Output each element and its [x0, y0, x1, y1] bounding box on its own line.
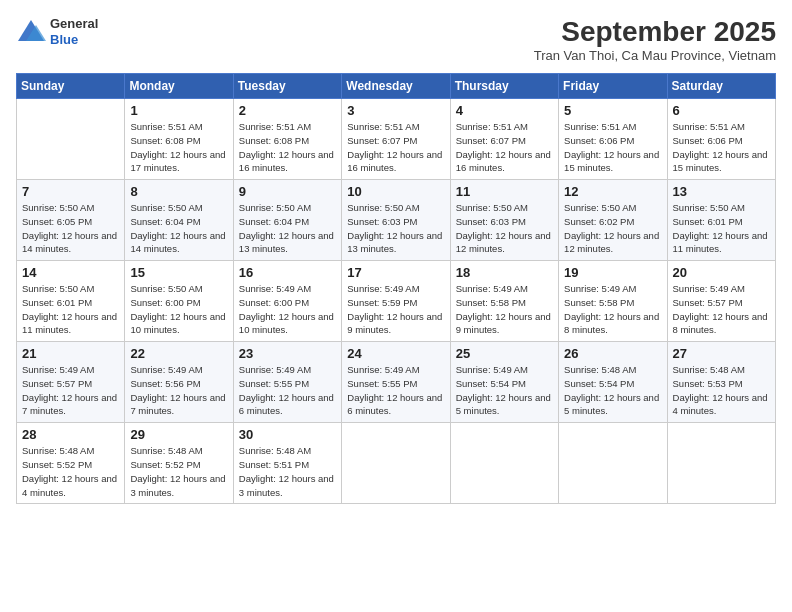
calendar-cell: 20Sunrise: 5:49 AMSunset: 5:57 PMDayligh… — [667, 261, 775, 342]
calendar-cell: 8Sunrise: 5:50 AMSunset: 6:04 PMDaylight… — [125, 180, 233, 261]
day-info: Sunrise: 5:50 AMSunset: 6:00 PMDaylight:… — [130, 282, 227, 337]
day-number: 21 — [22, 346, 119, 361]
day-number: 2 — [239, 103, 336, 118]
day-info: Sunrise: 5:49 AMSunset: 5:59 PMDaylight:… — [347, 282, 444, 337]
day-number: 27 — [673, 346, 770, 361]
day-number: 10 — [347, 184, 444, 199]
day-number: 20 — [673, 265, 770, 280]
logo-text: General Blue — [50, 16, 98, 47]
day-info: Sunrise: 5:49 AMSunset: 5:57 PMDaylight:… — [673, 282, 770, 337]
day-number: 5 — [564, 103, 661, 118]
day-info: Sunrise: 5:48 AMSunset: 5:52 PMDaylight:… — [130, 444, 227, 499]
calendar-cell: 9Sunrise: 5:50 AMSunset: 6:04 PMDaylight… — [233, 180, 341, 261]
day-info: Sunrise: 5:49 AMSunset: 5:56 PMDaylight:… — [130, 363, 227, 418]
day-info: Sunrise: 5:50 AMSunset: 6:03 PMDaylight:… — [347, 201, 444, 256]
day-number: 12 — [564, 184, 661, 199]
logo-icon — [16, 17, 46, 47]
calendar-cell: 12Sunrise: 5:50 AMSunset: 6:02 PMDayligh… — [559, 180, 667, 261]
day-info: Sunrise: 5:48 AMSunset: 5:53 PMDaylight:… — [673, 363, 770, 418]
day-info: Sunrise: 5:51 AMSunset: 6:07 PMDaylight:… — [456, 120, 553, 175]
page-header: General Blue September 2025 Tran Van Tho… — [16, 16, 776, 63]
day-number: 6 — [673, 103, 770, 118]
calendar-cell: 16Sunrise: 5:49 AMSunset: 6:00 PMDayligh… — [233, 261, 341, 342]
day-number: 13 — [673, 184, 770, 199]
day-number: 24 — [347, 346, 444, 361]
calendar-cell: 6Sunrise: 5:51 AMSunset: 6:06 PMDaylight… — [667, 99, 775, 180]
location: Tran Van Thoi, Ca Mau Province, Vietnam — [534, 48, 776, 63]
day-number: 17 — [347, 265, 444, 280]
day-number: 16 — [239, 265, 336, 280]
day-number: 25 — [456, 346, 553, 361]
day-number: 30 — [239, 427, 336, 442]
day-number: 3 — [347, 103, 444, 118]
calendar-cell — [342, 423, 450, 504]
weekday-header: Friday — [559, 74, 667, 99]
day-info: Sunrise: 5:50 AMSunset: 6:03 PMDaylight:… — [456, 201, 553, 256]
calendar-cell: 25Sunrise: 5:49 AMSunset: 5:54 PMDayligh… — [450, 342, 558, 423]
calendar-cell: 1Sunrise: 5:51 AMSunset: 6:08 PMDaylight… — [125, 99, 233, 180]
calendar-cell: 22Sunrise: 5:49 AMSunset: 5:56 PMDayligh… — [125, 342, 233, 423]
calendar-cell: 2Sunrise: 5:51 AMSunset: 6:08 PMDaylight… — [233, 99, 341, 180]
day-info: Sunrise: 5:49 AMSunset: 5:58 PMDaylight:… — [564, 282, 661, 337]
day-info: Sunrise: 5:50 AMSunset: 6:04 PMDaylight:… — [130, 201, 227, 256]
day-info: Sunrise: 5:49 AMSunset: 5:55 PMDaylight:… — [239, 363, 336, 418]
calendar-cell: 17Sunrise: 5:49 AMSunset: 5:59 PMDayligh… — [342, 261, 450, 342]
day-number: 8 — [130, 184, 227, 199]
day-info: Sunrise: 5:51 AMSunset: 6:07 PMDaylight:… — [347, 120, 444, 175]
day-number: 7 — [22, 184, 119, 199]
day-info: Sunrise: 5:49 AMSunset: 5:57 PMDaylight:… — [22, 363, 119, 418]
day-info: Sunrise: 5:50 AMSunset: 6:04 PMDaylight:… — [239, 201, 336, 256]
day-info: Sunrise: 5:51 AMSunset: 6:06 PMDaylight:… — [673, 120, 770, 175]
calendar-cell: 18Sunrise: 5:49 AMSunset: 5:58 PMDayligh… — [450, 261, 558, 342]
day-info: Sunrise: 5:49 AMSunset: 5:54 PMDaylight:… — [456, 363, 553, 418]
calendar-cell: 7Sunrise: 5:50 AMSunset: 6:05 PMDaylight… — [17, 180, 125, 261]
weekday-header: Wednesday — [342, 74, 450, 99]
day-number: 1 — [130, 103, 227, 118]
calendar-cell — [17, 99, 125, 180]
calendar-cell: 26Sunrise: 5:48 AMSunset: 5:54 PMDayligh… — [559, 342, 667, 423]
title-block: September 2025 Tran Van Thoi, Ca Mau Pro… — [534, 16, 776, 63]
day-info: Sunrise: 5:50 AMSunset: 6:02 PMDaylight:… — [564, 201, 661, 256]
calendar-cell: 29Sunrise: 5:48 AMSunset: 5:52 PMDayligh… — [125, 423, 233, 504]
month-title: September 2025 — [534, 16, 776, 48]
calendar-cell — [667, 423, 775, 504]
weekday-header: Thursday — [450, 74, 558, 99]
day-number: 14 — [22, 265, 119, 280]
day-info: Sunrise: 5:51 AMSunset: 6:06 PMDaylight:… — [564, 120, 661, 175]
calendar-cell: 10Sunrise: 5:50 AMSunset: 6:03 PMDayligh… — [342, 180, 450, 261]
calendar-cell: 24Sunrise: 5:49 AMSunset: 5:55 PMDayligh… — [342, 342, 450, 423]
calendar-cell: 27Sunrise: 5:48 AMSunset: 5:53 PMDayligh… — [667, 342, 775, 423]
weekday-header: Sunday — [17, 74, 125, 99]
day-number: 18 — [456, 265, 553, 280]
weekday-header: Saturday — [667, 74, 775, 99]
calendar-cell: 21Sunrise: 5:49 AMSunset: 5:57 PMDayligh… — [17, 342, 125, 423]
weekday-header: Monday — [125, 74, 233, 99]
day-info: Sunrise: 5:51 AMSunset: 6:08 PMDaylight:… — [239, 120, 336, 175]
calendar-table: SundayMondayTuesdayWednesdayThursdayFrid… — [16, 73, 776, 504]
day-number: 9 — [239, 184, 336, 199]
day-info: Sunrise: 5:48 AMSunset: 5:51 PMDaylight:… — [239, 444, 336, 499]
day-info: Sunrise: 5:50 AMSunset: 6:01 PMDaylight:… — [22, 282, 119, 337]
day-number: 23 — [239, 346, 336, 361]
calendar-cell: 3Sunrise: 5:51 AMSunset: 6:07 PMDaylight… — [342, 99, 450, 180]
calendar-cell: 14Sunrise: 5:50 AMSunset: 6:01 PMDayligh… — [17, 261, 125, 342]
day-info: Sunrise: 5:51 AMSunset: 6:08 PMDaylight:… — [130, 120, 227, 175]
day-number: 11 — [456, 184, 553, 199]
calendar-cell: 30Sunrise: 5:48 AMSunset: 5:51 PMDayligh… — [233, 423, 341, 504]
day-number: 26 — [564, 346, 661, 361]
calendar-cell — [559, 423, 667, 504]
calendar-cell: 5Sunrise: 5:51 AMSunset: 6:06 PMDaylight… — [559, 99, 667, 180]
calendar-cell: 23Sunrise: 5:49 AMSunset: 5:55 PMDayligh… — [233, 342, 341, 423]
calendar-cell: 28Sunrise: 5:48 AMSunset: 5:52 PMDayligh… — [17, 423, 125, 504]
weekday-header: Tuesday — [233, 74, 341, 99]
calendar-cell: 13Sunrise: 5:50 AMSunset: 6:01 PMDayligh… — [667, 180, 775, 261]
calendar-cell: 19Sunrise: 5:49 AMSunset: 5:58 PMDayligh… — [559, 261, 667, 342]
day-info: Sunrise: 5:50 AMSunset: 6:05 PMDaylight:… — [22, 201, 119, 256]
day-number: 29 — [130, 427, 227, 442]
day-info: Sunrise: 5:49 AMSunset: 5:58 PMDaylight:… — [456, 282, 553, 337]
calendar-cell: 4Sunrise: 5:51 AMSunset: 6:07 PMDaylight… — [450, 99, 558, 180]
day-info: Sunrise: 5:49 AMSunset: 6:00 PMDaylight:… — [239, 282, 336, 337]
day-info: Sunrise: 5:50 AMSunset: 6:01 PMDaylight:… — [673, 201, 770, 256]
calendar-cell — [450, 423, 558, 504]
day-number: 22 — [130, 346, 227, 361]
